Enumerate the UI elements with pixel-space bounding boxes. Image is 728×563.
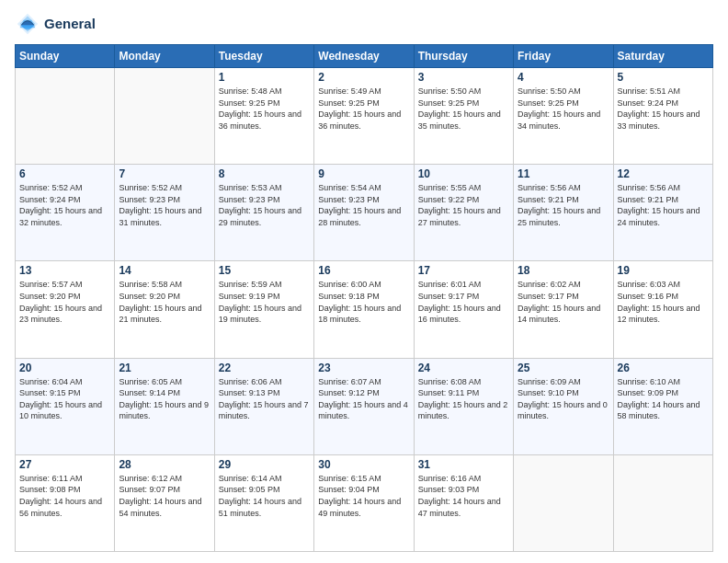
day-number: 13 [19,264,110,277]
weekday-header-tuesday: Tuesday [214,45,313,68]
day-info: Sunrise: 6:01 AM Sunset: 9:17 PM Dayligh… [418,279,509,325]
calendar-cell: 10Sunrise: 5:55 AM Sunset: 9:22 PM Dayli… [414,165,513,261]
day-info: Sunrise: 6:11 AM Sunset: 9:08 PM Dayligh… [19,473,110,519]
day-number: 16 [318,264,409,277]
calendar-cell: 19Sunrise: 6:03 AM Sunset: 9:16 PM Dayli… [613,261,712,358]
day-number: 6 [19,167,110,180]
calendar-cell: 29Sunrise: 6:14 AM Sunset: 9:05 PM Dayli… [214,454,313,551]
day-info: Sunrise: 5:52 AM Sunset: 9:23 PM Dayligh… [119,182,210,228]
day-number: 8 [219,167,310,180]
calendar-cell: 28Sunrise: 6:12 AM Sunset: 9:07 PM Dayli… [115,454,214,551]
day-number: 28 [119,458,210,471]
calendar-cell: 30Sunrise: 6:15 AM Sunset: 9:04 PM Dayli… [314,454,414,551]
calendar-cell: 2Sunrise: 5:49 AM Sunset: 9:25 PM Daylig… [314,68,414,165]
day-info: Sunrise: 5:56 AM Sunset: 9:21 PM Dayligh… [518,182,609,228]
day-info: Sunrise: 6:04 AM Sunset: 9:15 PM Dayligh… [19,376,110,422]
day-info: Sunrise: 5:51 AM Sunset: 9:24 PM Dayligh… [618,86,709,132]
day-number: 7 [119,167,210,180]
day-number: 2 [318,71,409,84]
day-info: Sunrise: 5:59 AM Sunset: 9:19 PM Dayligh… [219,279,310,325]
day-number: 27 [19,458,110,471]
calendar-table: SundayMondayTuesdayWednesdayThursdayFrid… [15,44,713,552]
day-number: 29 [219,458,310,471]
day-info: Sunrise: 6:10 AM Sunset: 9:09 PM Dayligh… [618,376,709,422]
calendar-cell: 18Sunrise: 6:02 AM Sunset: 9:17 PM Dayli… [514,261,613,358]
calendar-cell: 16Sunrise: 6:00 AM Sunset: 9:18 PM Dayli… [314,261,414,358]
calendar-cell: 15Sunrise: 5:59 AM Sunset: 9:19 PM Dayli… [214,261,313,358]
calendar-cell: 9Sunrise: 5:54 AM Sunset: 9:23 PM Daylig… [314,165,414,261]
calendar-cell: 14Sunrise: 5:58 AM Sunset: 9:20 PM Dayli… [115,261,214,358]
calendar-cell: 31Sunrise: 6:16 AM Sunset: 9:03 PM Dayli… [414,454,513,551]
day-info: Sunrise: 5:54 AM Sunset: 9:23 PM Dayligh… [318,182,409,228]
day-info: Sunrise: 6:16 AM Sunset: 9:03 PM Dayligh… [418,473,509,519]
day-number: 12 [618,167,709,180]
calendar-cell: 17Sunrise: 6:01 AM Sunset: 9:17 PM Dayli… [414,261,513,358]
day-info: Sunrise: 6:05 AM Sunset: 9:14 PM Dayligh… [119,376,210,422]
day-info: Sunrise: 6:06 AM Sunset: 9:13 PM Dayligh… [219,376,310,422]
header: General [15,11,713,37]
day-number: 25 [518,362,609,374]
day-info: Sunrise: 6:14 AM Sunset: 9:05 PM Dayligh… [219,473,310,519]
day-info: Sunrise: 6:02 AM Sunset: 9:17 PM Dayligh… [518,279,609,325]
calendar-cell [613,454,712,551]
day-info: Sunrise: 6:00 AM Sunset: 9:18 PM Dayligh… [318,279,409,325]
day-number: 15 [219,264,310,277]
calendar-cell: 11Sunrise: 5:56 AM Sunset: 9:21 PM Dayli… [514,165,613,261]
weekday-header-row: SundayMondayTuesdayWednesdayThursdayFrid… [16,45,713,68]
day-number: 3 [418,71,509,84]
day-info: Sunrise: 6:03 AM Sunset: 9:16 PM Dayligh… [618,279,709,325]
calendar-cell: 13Sunrise: 5:57 AM Sunset: 9:20 PM Dayli… [16,261,115,358]
page: General SundayMondayTuesdayWednesdayThur… [0,0,728,563]
logo-text-block: General [44,16,96,32]
day-number: 5 [618,71,709,84]
day-number: 31 [418,458,509,471]
day-number: 9 [318,167,409,180]
day-number: 14 [119,264,210,277]
day-number: 22 [219,362,310,374]
calendar-cell: 26Sunrise: 6:10 AM Sunset: 9:09 PM Dayli… [613,358,712,454]
calendar-cell: 8Sunrise: 5:53 AM Sunset: 9:23 PM Daylig… [214,165,313,261]
day-info: Sunrise: 5:53 AM Sunset: 9:23 PM Dayligh… [219,182,310,228]
logo: General [15,11,96,37]
logo-name: General [44,16,96,32]
calendar-cell [115,68,214,165]
calendar-cell: 23Sunrise: 6:07 AM Sunset: 9:12 PM Dayli… [314,358,414,454]
day-info: Sunrise: 6:12 AM Sunset: 9:07 PM Dayligh… [119,473,210,519]
week-row-1: 1Sunrise: 5:48 AM Sunset: 9:25 PM Daylig… [16,68,713,165]
day-info: Sunrise: 6:08 AM Sunset: 9:11 PM Dayligh… [418,376,509,422]
calendar-cell: 4Sunrise: 5:50 AM Sunset: 9:25 PM Daylig… [514,68,613,165]
calendar-cell: 1Sunrise: 5:48 AM Sunset: 9:25 PM Daylig… [214,68,313,165]
day-info: Sunrise: 5:56 AM Sunset: 9:21 PM Dayligh… [618,182,709,228]
calendar-cell: 24Sunrise: 6:08 AM Sunset: 9:11 PM Dayli… [414,358,513,454]
day-info: Sunrise: 5:50 AM Sunset: 9:25 PM Dayligh… [518,86,609,132]
week-row-5: 27Sunrise: 6:11 AM Sunset: 9:08 PM Dayli… [16,454,713,551]
calendar-cell: 25Sunrise: 6:09 AM Sunset: 9:10 PM Dayli… [514,358,613,454]
day-info: Sunrise: 6:09 AM Sunset: 9:10 PM Dayligh… [518,376,609,422]
calendar-cell: 22Sunrise: 6:06 AM Sunset: 9:13 PM Dayli… [214,358,313,454]
day-info: Sunrise: 5:55 AM Sunset: 9:22 PM Dayligh… [418,182,509,228]
weekday-header-monday: Monday [115,45,214,68]
day-number: 20 [19,362,110,374]
calendar-cell: 3Sunrise: 5:50 AM Sunset: 9:25 PM Daylig… [414,68,513,165]
day-number: 19 [618,264,709,277]
week-row-2: 6Sunrise: 5:52 AM Sunset: 9:24 PM Daylig… [16,165,713,261]
calendar-cell: 6Sunrise: 5:52 AM Sunset: 9:24 PM Daylig… [16,165,115,261]
week-row-4: 20Sunrise: 6:04 AM Sunset: 9:15 PM Dayli… [16,358,713,454]
weekday-header-friday: Friday [514,45,613,68]
day-number: 24 [418,362,509,374]
weekday-header-thursday: Thursday [414,45,513,68]
day-number: 17 [418,264,509,277]
logo-icon [15,11,40,37]
day-info: Sunrise: 5:57 AM Sunset: 9:20 PM Dayligh… [19,279,110,325]
day-info: Sunrise: 6:15 AM Sunset: 9:04 PM Dayligh… [318,473,409,519]
day-number: 11 [518,167,609,180]
day-info: Sunrise: 5:48 AM Sunset: 9:25 PM Dayligh… [219,86,310,132]
week-row-3: 13Sunrise: 5:57 AM Sunset: 9:20 PM Dayli… [16,261,713,358]
calendar-cell: 5Sunrise: 5:51 AM Sunset: 9:24 PM Daylig… [613,68,712,165]
day-number: 10 [418,167,509,180]
calendar-cell [514,454,613,551]
day-info: Sunrise: 6:07 AM Sunset: 9:12 PM Dayligh… [318,376,409,422]
day-info: Sunrise: 5:58 AM Sunset: 9:20 PM Dayligh… [119,279,210,325]
weekday-header-wednesday: Wednesday [314,45,414,68]
day-number: 21 [119,362,210,374]
